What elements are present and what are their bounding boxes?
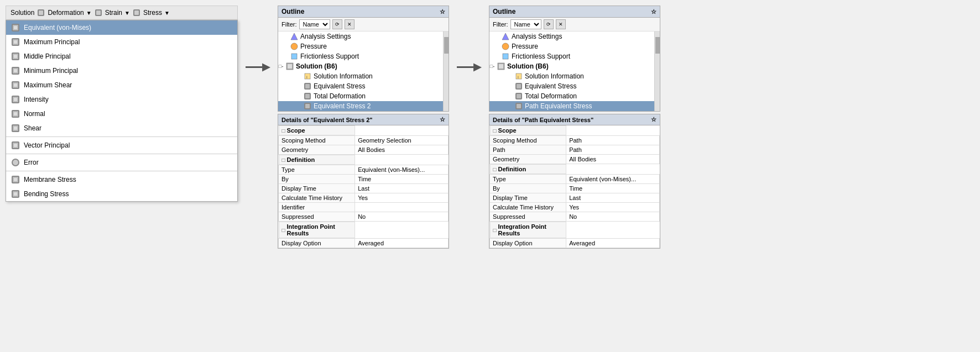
svg-rect-3 bbox=[96, 10, 101, 15]
display-option-val-2[interactable]: Averaged bbox=[566, 239, 660, 248]
details-row-display-option-2: Display Option Averaged bbox=[490, 239, 660, 248]
filter-select-1[interactable]: Name bbox=[299, 19, 330, 29]
tree-icon-frictionless bbox=[290, 52, 299, 61]
deformation-arrow[interactable]: ▼ bbox=[86, 10, 92, 16]
calc-time-history-val[interactable]: Yes bbox=[355, 193, 449, 203]
tree-item-frictionless[interactable]: Frictionless Support bbox=[278, 51, 443, 61]
tree-item-pressure[interactable]: Pressure bbox=[278, 41, 443, 51]
outline-panel-2-scrollbar[interactable] bbox=[654, 31, 660, 111]
type-key-2: Type bbox=[490, 175, 566, 184]
tree-item-equivalent-stress-r2[interactable]: Equivalent Stress bbox=[489, 81, 654, 91]
tree-label-equivalent-stress-r2: Equivalent Stress bbox=[525, 82, 576, 90]
dropdown-item-bending-stress[interactable]: Bending Stress bbox=[6, 187, 237, 201]
tree-item-pressure-2[interactable]: Pressure bbox=[489, 41, 654, 51]
dropdown-item-max-principal[interactable]: Maximum Principal bbox=[6, 35, 237, 49]
by-val-2[interactable]: Time bbox=[566, 184, 660, 193]
middle-principal-icon bbox=[11, 51, 20, 61]
dropdown-item-vector-principal[interactable]: Vector Principal bbox=[6, 138, 237, 153]
strain-arrow[interactable]: ▼ bbox=[124, 10, 130, 16]
strain-label[interactable]: Strain bbox=[105, 9, 122, 17]
display-time-val-2[interactable]: Last bbox=[566, 193, 660, 203]
geometry-val-2[interactable]: All Bodies bbox=[566, 155, 660, 164]
display-option-val[interactable]: Averaged bbox=[355, 239, 449, 248]
tree-icon-pressure-2 bbox=[501, 42, 510, 51]
filter-select-2[interactable]: Name bbox=[510, 19, 541, 29]
geometry-val[interactable]: All Bodies bbox=[355, 145, 449, 155]
dropdown-item-minimum-principal[interactable]: Minimum Principal bbox=[6, 64, 237, 78]
deformation-toolbar-icon bbox=[37, 8, 45, 17]
scoping-method-val[interactable]: Geometry Selection bbox=[355, 136, 449, 145]
right-panel-group: Outline ☆ Filter: Name ⟳ ✕ Analysis Sett… bbox=[489, 6, 660, 249]
stress-arrow[interactable]: ▼ bbox=[164, 10, 170, 16]
tree-icon-analysis bbox=[290, 32, 299, 41]
normal-label: Normal bbox=[24, 110, 45, 118]
path-val[interactable]: Path bbox=[566, 145, 660, 155]
definition-toggle[interactable]: □ bbox=[282, 157, 285, 163]
svg-rect-40 bbox=[14, 192, 17, 196]
tree-label-frictionless-2: Frictionless Support bbox=[512, 52, 570, 60]
integration-toggle-2[interactable]: □ bbox=[493, 227, 497, 233]
type-val[interactable]: Equivalent (von-Mises)... bbox=[355, 165, 449, 175]
dropdown-item-membrane-stress[interactable]: Membrane Stress bbox=[6, 172, 237, 187]
definition-toggle-2[interactable]: □ bbox=[493, 166, 497, 172]
normal-icon bbox=[11, 109, 20, 119]
tree-item-solution-b6[interactable]: □- Solution (B6) bbox=[278, 61, 443, 71]
svg-rect-58 bbox=[499, 64, 503, 69]
identifier-key: Identifier bbox=[279, 203, 355, 212]
tree-label-solution-info: Solution Information bbox=[314, 72, 373, 80]
details-section-definition-2: □ Definition bbox=[490, 164, 660, 175]
maximum-shear-label: Maximum Shear bbox=[24, 81, 72, 89]
filter-btn-2a[interactable]: ⟳ bbox=[544, 19, 554, 29]
scoping-method-val-2[interactable]: Path bbox=[566, 136, 660, 145]
dropdown-item-error[interactable]: Error bbox=[6, 155, 237, 170]
outline-panel-2-title: Outline bbox=[493, 8, 515, 15]
scope-toggle-2[interactable]: □ bbox=[493, 128, 497, 134]
tree-item-total-deformation-2[interactable]: Total Deformation bbox=[489, 91, 654, 101]
tree-item-equivalent-stress[interactable]: Equivalent Stress bbox=[278, 81, 443, 91]
by-val[interactable]: Time bbox=[355, 175, 449, 184]
calc-time-history-val-2[interactable]: Yes bbox=[566, 203, 660, 212]
tree-item-solution-info-2[interactable]: i Solution Information bbox=[489, 71, 654, 81]
tree-item-solution-info[interactable]: i Solution Information bbox=[278, 71, 443, 81]
display-time-val[interactable]: Last bbox=[355, 184, 449, 193]
tree-item-frictionless-2[interactable]: Frictionless Support bbox=[489, 51, 654, 61]
identifier-val[interactable] bbox=[355, 203, 449, 212]
stress-label[interactable]: Stress bbox=[143, 9, 162, 17]
dropdown-item-shear[interactable]: Shear bbox=[6, 121, 237, 135]
geometry-key-2: Geometry bbox=[490, 155, 566, 164]
suppressed-val[interactable]: No bbox=[355, 212, 449, 222]
deformation-label[interactable]: Deformation bbox=[48, 9, 84, 17]
tree-item-path-equivalent-stress[interactable]: Path Equivalent Stress bbox=[489, 101, 654, 111]
outline-panel-2-pin[interactable]: ☆ bbox=[651, 8, 656, 15]
scope-toggle[interactable]: □ bbox=[282, 128, 285, 134]
outline-panel-1-scrollbar[interactable] bbox=[443, 31, 449, 111]
dropdown-item-maximum-shear[interactable]: Maximum Shear bbox=[6, 78, 237, 92]
svg-text:i: i bbox=[306, 75, 307, 80]
max-principal-label: Maximum Principal bbox=[24, 38, 80, 46]
dropdown-item-intensity[interactable]: Intensity bbox=[6, 92, 237, 107]
dropdown-item-normal[interactable]: Normal bbox=[6, 107, 237, 121]
type-val-2[interactable]: Equivalent (von-Mises)... bbox=[566, 175, 660, 184]
filter-btn-2b[interactable]: ✕ bbox=[556, 19, 566, 29]
filter-btn-1b[interactable]: ✕ bbox=[345, 19, 355, 29]
tree-item-equivalent-stress-2[interactable]: Equivalent Stress 2 bbox=[278, 101, 443, 111]
tree-item-solution-b6-2[interactable]: □- Solution (B6) bbox=[489, 61, 654, 71]
error-icon bbox=[11, 157, 20, 167]
svg-rect-56 bbox=[503, 54, 508, 59]
details-panel-2-pin[interactable]: ☆ bbox=[651, 116, 656, 123]
filter-btn-1a[interactable]: ⟳ bbox=[332, 19, 342, 29]
outline-panel-1-pin[interactable]: ☆ bbox=[440, 8, 445, 15]
suppressed-val-2[interactable]: No bbox=[566, 212, 660, 222]
tree-item-analysis-settings-2[interactable]: Analysis Settings bbox=[489, 31, 654, 41]
details-panel-1-pin[interactable]: ☆ bbox=[440, 116, 445, 123]
integration-toggle[interactable]: □ bbox=[282, 227, 285, 233]
tree-item-total-deformation[interactable]: Total Deformation bbox=[278, 91, 443, 101]
svg-rect-53 bbox=[305, 104, 310, 108]
dropdown-item-middle-principal[interactable]: Middle Principal bbox=[6, 49, 237, 64]
outline-panel-2-controls: ☆ bbox=[651, 8, 656, 15]
tree-label-solution-b6: Solution (B6) bbox=[296, 62, 337, 70]
svg-rect-51 bbox=[305, 94, 310, 98]
tree-item-analysis-settings[interactable]: Analysis Settings bbox=[278, 31, 443, 41]
scoping-method-key-2: Scoping Method bbox=[490, 136, 566, 145]
dropdown-item-equivalent[interactable]: Equivalent (von-Mises) bbox=[6, 20, 237, 35]
